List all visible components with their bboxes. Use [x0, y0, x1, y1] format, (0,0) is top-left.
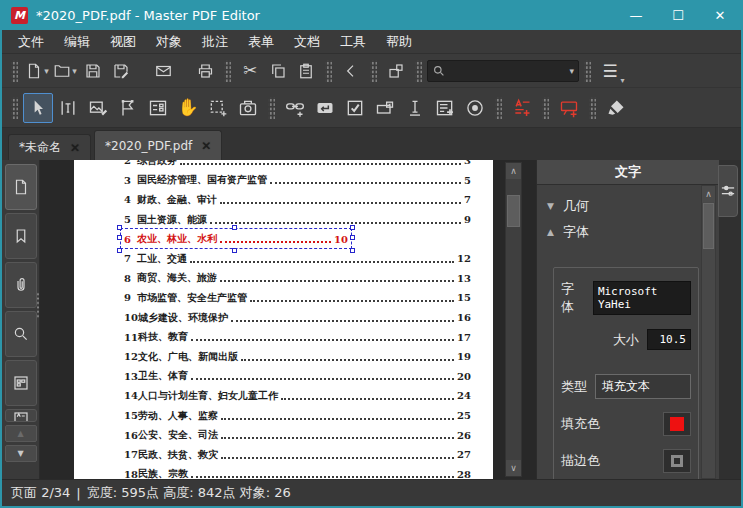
select-area-tool-button[interactable]: [203, 93, 233, 123]
listbox-tool-button[interactable]: [430, 93, 460, 123]
properties-toggle-tab[interactable]: [718, 165, 738, 217]
panel-scroll-up-icon[interactable]: ∧: [702, 186, 715, 202]
toc-row[interactable]: 7工业、交通12: [124, 249, 471, 269]
menu-item[interactable]: 表单: [238, 30, 284, 54]
hand-tool-button[interactable]: ✋: [173, 93, 203, 123]
panel-scrollbar[interactable]: ∧: [701, 185, 716, 479]
link-tool-button[interactable]: [280, 93, 310, 123]
stroke-color-button[interactable]: [663, 449, 691, 473]
toc-row[interactable]: 10城乡建设、环境保护16: [124, 308, 471, 328]
main-menu-button[interactable]: ☰▾: [596, 58, 624, 84]
selection-handle[interactable]: [117, 248, 122, 253]
checkbox-tool-button[interactable]: [340, 93, 370, 123]
toc-row[interactable]: 16公安、安全、司法26: [124, 425, 471, 445]
toc-row[interactable]: 13卫生、体育20: [124, 367, 471, 387]
toc-row[interactable]: 12文化、广电、新闻出版19: [124, 347, 471, 367]
new-document-button[interactable]: ▾: [23, 58, 51, 84]
screenshot-tool-button[interactable]: [233, 93, 263, 123]
open-file-button[interactable]: ▾: [51, 58, 79, 84]
toc-row[interactable]: 4财政、金融、审计7: [124, 190, 471, 210]
document-viewport[interactable]: 2综合政务33国民经济管理、国有资产监管54财政、金融、审计75国土资源、能源9…: [40, 160, 536, 479]
toc-row[interactable]: 9市场监管、安全生产监管15: [124, 288, 471, 308]
font-size-field[interactable]: 10.5: [647, 329, 691, 350]
toc-row[interactable]: 3国民经济管理、国有资产监管5: [124, 171, 471, 191]
menu-item[interactable]: 帮助: [376, 30, 422, 54]
selection-handle[interactable]: [350, 248, 355, 253]
edit-forms-tool-button[interactable]: [143, 93, 173, 123]
toolbar-grip[interactable]: [325, 60, 332, 82]
text-type-dropdown[interactable]: 填充文本: [595, 374, 691, 399]
minimize-button[interactable]: —: [615, 0, 657, 30]
toc-row[interactable]: 14人口与计划生育、妇女儿童工作24: [124, 386, 471, 406]
close-button[interactable]: ✕: [699, 0, 741, 30]
sidebar-scroll-down-button[interactable]: ▼: [5, 445, 37, 462]
toc-row[interactable]: 18民族、宗教28: [124, 465, 471, 480]
toolbar-grip[interactable]: [584, 60, 591, 82]
menu-item[interactable]: 对象: [146, 30, 192, 54]
toc-row[interactable]: 11科技、教育17: [124, 327, 471, 347]
toolbar-grip[interactable]: [495, 97, 502, 119]
toolbar-grip[interactable]: [370, 60, 377, 82]
menu-item[interactable]: 编辑: [54, 30, 100, 54]
combobox-tool-button[interactable]: [370, 93, 400, 123]
selection-handle[interactable]: [117, 235, 122, 240]
pdf-page[interactable]: 2综合政务33国民经济管理、国有资产监管54财政、金融、审计75国土资源、能源9…: [74, 160, 493, 479]
maximize-button[interactable]: ☐: [657, 0, 699, 30]
sidebar-scroll-up-button[interactable]: ▲: [5, 425, 37, 442]
scrollbar-thumb[interactable]: [507, 195, 520, 227]
email-button[interactable]: [149, 58, 177, 84]
select-tool-button[interactable]: [23, 93, 53, 123]
tab-close-icon[interactable]: ✕: [70, 141, 80, 155]
collapse-arrow-icon[interactable]: ▲: [547, 227, 563, 237]
selection-handle[interactable]: [350, 225, 355, 230]
menu-item[interactable]: 工具: [330, 30, 376, 54]
toolbar-grip[interactable]: [268, 97, 275, 119]
toc-row[interactable]: 17民政、扶贫、救灾27: [124, 445, 471, 465]
font-name-field[interactable]: Microsoft YaHei: [593, 281, 691, 315]
search-panel-button[interactable]: [5, 311, 37, 357]
sticky-note-tool-button[interactable]: [507, 93, 537, 123]
radio-button-tool-button[interactable]: [460, 93, 490, 123]
fill-color-button[interactable]: [663, 412, 691, 436]
copy-button[interactable]: [264, 58, 292, 84]
search-box[interactable]: ▾: [427, 60, 579, 82]
toolbar-grip[interactable]: [11, 60, 18, 82]
search-dropdown-icon[interactable]: ▾: [569, 66, 574, 76]
bookmarks-panel-button[interactable]: [5, 213, 37, 259]
document-scrollbar[interactable]: ∧ ∨: [505, 162, 522, 477]
menu-item[interactable]: 文档: [284, 30, 330, 54]
cut-button[interactable]: ✂: [236, 58, 264, 84]
panel-scrollbar-thumb[interactable]: [703, 203, 714, 249]
toc-row[interactable]: 8商贸、海关、旅游13: [124, 269, 471, 289]
toc-row[interactable]: 6农业、林业、水利10: [124, 229, 471, 249]
edit-image-tool-button[interactable]: [83, 93, 113, 123]
menu-item[interactable]: 视图: [100, 30, 146, 54]
text-field-tool-button[interactable]: [400, 93, 430, 123]
toolbar-grip[interactable]: [542, 97, 549, 119]
toc-row[interactable]: 15劳动、人事、监察25: [124, 406, 471, 426]
collapse-arrow-icon[interactable]: ▼: [547, 201, 563, 211]
toolbar-grip[interactable]: [415, 60, 422, 82]
callout-tool-button[interactable]: [554, 93, 584, 123]
paste-button[interactable]: [292, 58, 320, 84]
scroll-down-icon[interactable]: ∨: [506, 460, 521, 476]
snapshot-view-button[interactable]: [382, 58, 410, 84]
section-geometry[interactable]: ▼ 几何: [547, 193, 699, 219]
scrollbar-track[interactable]: [506, 179, 521, 460]
attachments-panel-button[interactable]: [5, 262, 37, 308]
search-input[interactable]: [446, 64, 568, 78]
toc-row[interactable]: 5国土资源、能源9: [124, 210, 471, 230]
selection-handle[interactable]: [232, 225, 237, 230]
selection-handle[interactable]: [350, 235, 355, 240]
selected-text-object[interactable]: 6农业、林业、水利10: [124, 232, 348, 246]
print-button[interactable]: [191, 58, 219, 84]
selection-handle[interactable]: [232, 248, 237, 253]
edit-text-tool-button[interactable]: [53, 93, 83, 123]
tab-2020-pdf[interactable]: *2020_PDF.pdf ✕: [94, 130, 222, 160]
save-as-button[interactable]: [107, 58, 135, 84]
toc-row[interactable]: 2综合政务3: [124, 160, 471, 171]
selection-handle[interactable]: [117, 225, 122, 230]
toolbar-grip[interactable]: [589, 97, 596, 119]
save-button[interactable]: [79, 58, 107, 84]
tab-close-icon[interactable]: ✕: [201, 139, 211, 153]
